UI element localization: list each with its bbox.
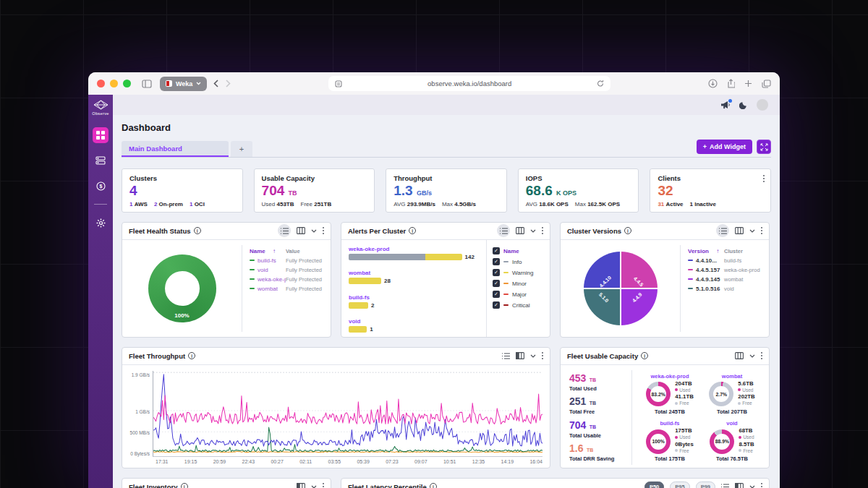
kebab-menu-icon[interactable] <box>542 227 543 234</box>
kpi-value: 4 <box>129 184 235 199</box>
columns-view-icon[interactable] <box>297 483 305 488</box>
sidebar-item-usage[interactable]: $ <box>93 178 109 194</box>
info-icon[interactable]: i <box>430 483 437 488</box>
chevron-down-icon[interactable] <box>530 229 536 233</box>
kebab-menu-icon[interactable] <box>323 227 324 234</box>
percentile-pill-p95[interactable]: P95 <box>670 481 689 488</box>
forward-button[interactable] <box>226 80 231 87</box>
info-icon[interactable]: i <box>194 227 201 234</box>
announcements-button[interactable] <box>720 100 731 109</box>
chevron-down-icon[interactable] <box>311 229 317 233</box>
kebab-menu-icon[interactable] <box>761 227 762 234</box>
columns-view-icon[interactable] <box>516 352 524 359</box>
widget-alerts-per-cluster: Alerts Per Cluster i <box>341 222 550 338</box>
column-header-version[interactable]: Version ↑ <box>688 248 724 254</box>
kebab-menu-icon[interactable] <box>542 352 543 359</box>
kebab-menu-icon[interactable] <box>761 352 762 359</box>
sidebar-item-settings[interactable] <box>93 215 109 231</box>
page-settings-icon[interactable] <box>335 80 342 87</box>
page-title: Dashboard <box>122 122 771 133</box>
add-widget-button[interactable]: + Add Widget <box>697 140 752 154</box>
svg-text:$: $ <box>99 184 102 189</box>
sidebar-item-dashboard[interactable] <box>93 127 109 143</box>
chevron-down-icon[interactable] <box>530 354 536 358</box>
info-icon[interactable]: i <box>641 352 648 359</box>
legend-item: ✓Major <box>493 289 544 300</box>
checkbox[interactable]: ✓ <box>493 280 500 287</box>
x-tick: 00:27 <box>271 459 284 464</box>
columns-view-icon[interactable] <box>735 352 744 359</box>
list-view-icon[interactable] <box>716 224 729 237</box>
share-icon[interactable] <box>727 79 735 88</box>
total-stat: 704 TB Total Usable <box>569 419 626 439</box>
window-close-button[interactable] <box>97 80 105 87</box>
column-header-cluster[interactable]: Cluster <box>724 248 762 254</box>
window-zoom-button[interactable] <box>123 80 131 87</box>
tab-overview-icon[interactable] <box>762 80 771 88</box>
widget-title: Fleet Health Status <box>129 227 191 235</box>
x-axis-labels: 17:3119:1520:5922:4300:2702:1103:5505:39… <box>127 457 542 466</box>
list-view-icon[interactable] <box>278 224 291 237</box>
kebab-menu-icon[interactable] <box>763 175 765 182</box>
dark-mode-toggle[interactable] <box>739 100 748 109</box>
downloads-icon[interactable] <box>708 79 718 88</box>
x-tick: 07:23 <box>386 459 399 464</box>
notification-dot <box>728 99 732 103</box>
columns-view-icon[interactable] <box>735 483 744 488</box>
table-row: void Fully Protected <box>250 265 323 275</box>
add-dashboard-tab-button[interactable]: + <box>231 141 252 157</box>
checkbox[interactable]: ✓ <box>493 258 500 265</box>
info-icon[interactable]: i <box>188 352 195 359</box>
checkbox[interactable]: ✓ <box>493 269 500 276</box>
info-icon[interactable]: i <box>181 483 188 488</box>
percentile-pill-p50[interactable]: P50 <box>644 481 664 488</box>
avatar[interactable] <box>757 99 768 111</box>
browser-toolbar: Weka observe.weka.io/dashboard <box>88 72 780 95</box>
legend-item: ✓Info <box>493 257 544 267</box>
capacity-gauges: weka-oke-prod 83.2% 204TB Used 41.1TB Fr… <box>631 370 763 465</box>
checkbox[interactable]: ✓ <box>493 247 500 254</box>
arrange-widgets-button[interactable] <box>757 140 771 154</box>
checkbox[interactable]: ✓ <box>493 291 500 298</box>
new-tab-icon[interactable] <box>744 80 752 87</box>
kebab-menu-icon[interactable] <box>323 483 324 488</box>
chevron-down-icon[interactable] <box>749 354 755 358</box>
widget-fleet-usable-capacity: Fleet Usable Capacity i 453 T <box>560 347 770 468</box>
sort-arrow-icon: ↑ <box>716 248 719 254</box>
columns-view-icon[interactable] <box>516 227 524 234</box>
site-tab-group-button[interactable]: Weka <box>160 77 207 91</box>
info-icon[interactable]: i <box>624 227 631 234</box>
checkbox[interactable]: ✓ <box>493 301 500 309</box>
columns-view-icon[interactable] <box>297 227 305 234</box>
chevron-down-icon[interactable] <box>311 485 317 488</box>
columns-view-icon[interactable] <box>735 227 744 234</box>
back-button[interactable] <box>213 80 218 87</box>
list-view-icon[interactable] <box>497 224 510 237</box>
reload-icon[interactable] <box>597 80 604 87</box>
table-row: 4.4.9.145 wombat <box>688 275 762 284</box>
total-stat: 251 TB Total Free <box>569 395 626 415</box>
gear-icon <box>96 218 106 228</box>
window-minimize-button[interactable] <box>110 80 118 87</box>
chevron-down-icon[interactable] <box>749 229 755 233</box>
chevron-down-icon <box>196 82 201 85</box>
moon-icon <box>739 100 748 109</box>
x-tick: 14:19 <box>501 459 514 464</box>
site-favicon <box>166 80 172 87</box>
column-header-value[interactable]: Value <box>286 248 323 254</box>
app-sidebar: Observe $ <box>88 95 113 488</box>
list-view-icon[interactable] <box>721 484 729 488</box>
address-bar[interactable]: observe.weka.io/dashboard <box>328 76 610 91</box>
sidebar-item-clusters[interactable] <box>93 153 109 168</box>
chevron-down-icon[interactable] <box>749 485 755 488</box>
column-header-name[interactable]: Name ↑ <box>250 248 286 254</box>
sidebar-toggle-icon[interactable] <box>142 80 152 88</box>
kpi-clusters: Clusters 4 1 AWS 2 On-prem 1 OCI <box>122 168 243 213</box>
info-icon[interactable]: i <box>409 227 416 234</box>
kebab-menu-icon[interactable] <box>761 483 762 488</box>
list-view-icon[interactable] <box>502 353 510 359</box>
tab-main-dashboard[interactable]: Main Dashboard <box>122 141 229 157</box>
percentile-pill-p99[interactable]: P99 <box>696 481 715 488</box>
capacity-gauge: 83.2% <box>646 382 671 406</box>
legend-item: ✓Warning <box>493 267 544 278</box>
